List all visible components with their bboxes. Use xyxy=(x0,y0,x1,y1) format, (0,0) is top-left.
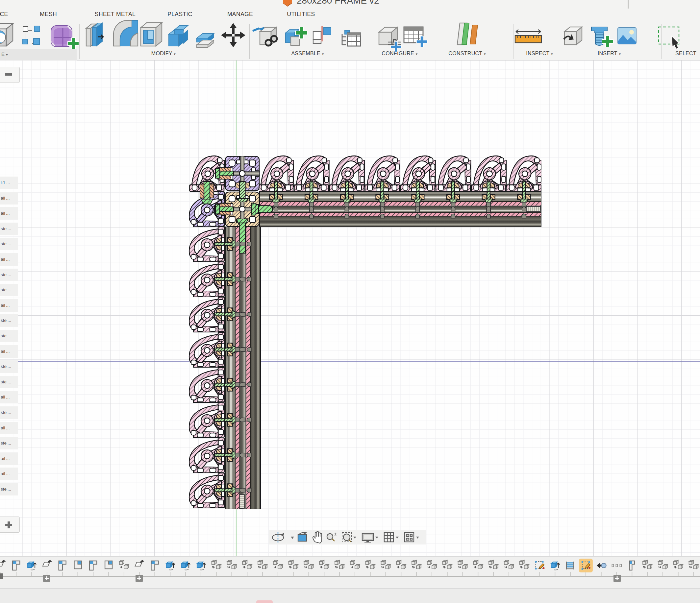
svg-text:280x280 FRAME v2: 280x280 FRAME v2 xyxy=(297,0,379,6)
